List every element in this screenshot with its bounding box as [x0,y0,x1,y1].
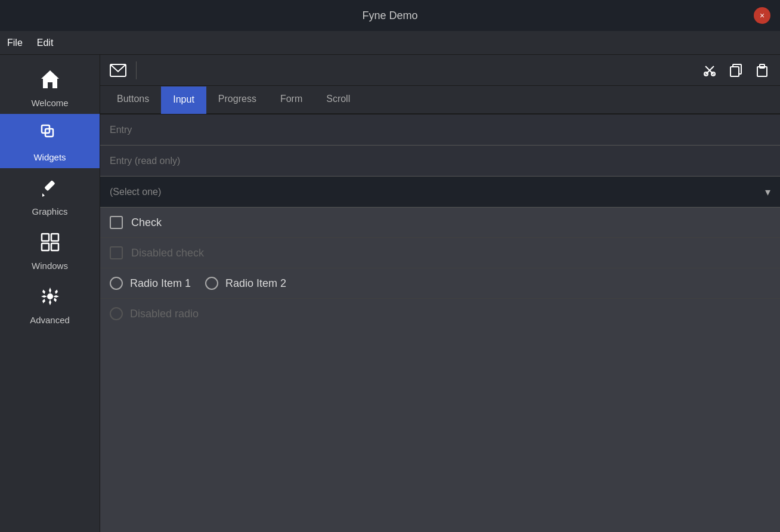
entry-readonly-input [100,146,780,177]
svg-rect-7 [42,243,49,250]
toolbar [100,55,780,86]
disabled-radio [110,307,123,320]
menu-file[interactable]: File [7,38,23,48]
svg-rect-6 [51,234,58,241]
sidebar-item-widgets[interactable]: Widgets [0,114,100,168]
main-layout: Welcome Widgets Graphics [0,55,780,532]
disabled-radio-row: Disabled radio [100,299,780,329]
entry-input[interactable] [100,115,780,146]
tab-scroll[interactable]: Scroll [314,86,362,113]
sidebar-welcome-label: Welcome [31,98,68,108]
windows-icon [39,231,61,257]
tab-input[interactable]: Input [161,86,206,114]
widgets-icon [39,122,61,149]
menu-edit[interactable]: Edit [37,38,54,48]
sidebar-windows-label: Windows [32,261,68,271]
svg-marker-4 [42,193,45,197]
disabled-radio-group: Disabled radio [110,307,199,320]
tab-buttons[interactable]: Buttons [105,86,161,113]
disabled-check-checkbox [110,246,123,259]
sidebar-item-graphics[interactable]: Graphics [0,168,100,222]
radio-group-2: Radio Item 2 [205,277,286,290]
svg-rect-8 [51,243,58,250]
svg-rect-5 [42,234,49,241]
title-bar: Fyne Demo × [0,0,780,31]
sidebar-item-welcome[interactable]: Welcome [0,60,100,114]
radio-item1[interactable] [110,277,123,290]
email-icon [107,60,129,81]
paste-button[interactable] [751,60,773,81]
tabs-bar: Buttons Input Progress Form Scroll [100,86,780,115]
sidebar-item-windows[interactable]: Windows [0,222,100,277]
cut-button[interactable] [699,60,720,81]
svg-marker-0 [41,70,59,88]
content-inner: (Select one) ▾ Check Disabled check Radi… [100,115,780,532]
menu-bar: File Edit [0,31,780,55]
radio-row: Radio Item 1 Radio Item 2 [100,268,780,299]
copy-button[interactable] [725,60,747,81]
svg-rect-16 [731,67,739,76]
disabled-checkbox-row: Disabled check [100,238,780,268]
home-icon [39,68,61,94]
svg-point-9 [47,293,53,299]
gear-icon [39,285,61,311]
sidebar-advanced-label: Advanced [30,315,70,325]
svg-rect-3 [44,180,55,191]
app-title: Fyne Demo [362,10,417,22]
disabled-radio-label: Disabled radio [130,308,199,320]
radio-item1-label: Radio Item 1 [130,277,191,290]
toolbar-divider [136,61,137,79]
sidebar: Welcome Widgets Graphics [0,55,100,532]
radio-group-1: Radio Item 1 [110,277,191,290]
close-button[interactable]: × [754,7,770,24]
radio-item2[interactable] [205,277,218,290]
check-checkbox[interactable] [110,216,123,229]
content-area: Buttons Input Progress Form Scroll (Sele… [100,55,780,532]
chevron-down-icon: ▾ [765,185,770,199]
check-label: Check [131,216,162,229]
tab-form[interactable]: Form [268,86,314,113]
disabled-check-label: Disabled check [131,247,204,259]
tab-progress[interactable]: Progress [206,86,268,113]
select-dropdown[interactable]: (Select one) ▾ [100,177,780,208]
sidebar-widgets-label: Widgets [33,152,66,162]
pencil-icon [39,177,61,203]
checkbox-row: Check [100,208,780,238]
radio-item2-label: Radio Item 2 [225,277,286,290]
sidebar-graphics-label: Graphics [32,206,67,216]
select-label: (Select one) [110,187,765,197]
sidebar-item-advanced[interactable]: Advanced [0,277,100,331]
